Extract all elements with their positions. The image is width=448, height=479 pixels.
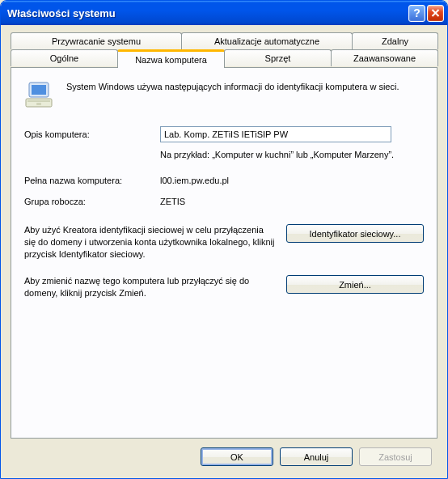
full-name-value: l00.iem.pw.edu.pl [160, 176, 229, 185]
svg-rect-3 [27, 100, 50, 102]
tab-advanced[interactable]: Zaawansowane [331, 49, 438, 66]
workgroup-label: Grupa robocza: [24, 197, 160, 206]
titlebar[interactable]: Właściwości systemu ? [1, 1, 447, 25]
full-name-label: Pełna nazwa komputera: [24, 176, 160, 185]
computer-description-label: Opis komputera: [24, 129, 160, 139]
tab-strip: Przywracanie systemu Aktualizacje automa… [11, 32, 437, 68]
help-button[interactable]: ? [408, 5, 425, 22]
ok-button[interactable]: OK [201, 447, 273, 466]
system-properties-window: Właściwości systemu ? Przywracanie syste… [0, 0, 448, 479]
description-hint: Na przykład: „Komputer w kuchni” lub „Ko… [160, 149, 395, 161]
tab-general[interactable]: Ogólne [11, 49, 118, 66]
change-text: Aby zmienić nazwę tego komputera lub prz… [24, 275, 277, 299]
close-icon [431, 7, 440, 19]
tab-remote[interactable]: Zdalny [352, 32, 438, 49]
network-id-button[interactable]: Identyfikator sieciowy... [286, 224, 424, 243]
tab-computer-name[interactable]: Nazwa komputera [117, 49, 225, 68]
computer-icon [24, 79, 57, 112]
tab-content: System Windows używa następujących infor… [11, 67, 437, 439]
intro-text: System Windows używa następujących infor… [66, 79, 399, 112]
window-title: Właściwości systemu [7, 7, 408, 19]
dialog-buttons: OK Anuluj Zastosuj [201, 447, 432, 466]
close-button[interactable] [427, 5, 444, 22]
cancel-button[interactable]: Anuluj [280, 447, 353, 466]
computer-description-input[interactable] [160, 126, 391, 142]
svg-rect-4 [36, 103, 41, 105]
client-area: Przywracanie systemu Aktualizacje automa… [3, 25, 445, 476]
tab-auto-updates[interactable]: Aktualizacje automatyczne [181, 32, 353, 49]
apply-button[interactable]: Zastosuj [359, 447, 432, 466]
workgroup-value: ZETIS [160, 197, 185, 206]
network-id-text: Aby użyć Kreatora identyfikacji sieciowe… [24, 224, 277, 261]
tab-system-restore[interactable]: Przywracanie systemu [11, 32, 182, 49]
svg-rect-1 [32, 85, 46, 95]
change-button[interactable]: Zmień... [286, 275, 424, 294]
help-icon: ? [413, 6, 421, 19]
tab-hardware[interactable]: Sprzęt [224, 49, 332, 66]
window-controls: ? [408, 5, 444, 22]
